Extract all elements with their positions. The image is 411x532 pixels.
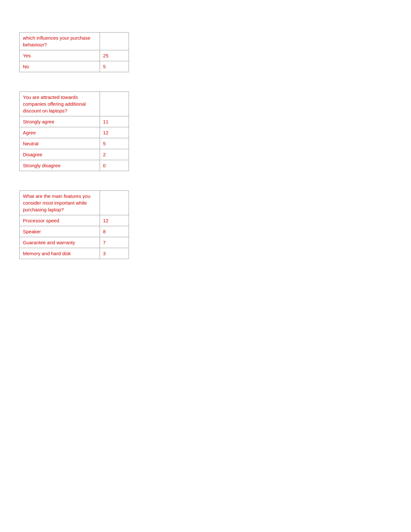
answer-count: 5 [100, 138, 129, 149]
question-cell-3: What are the main features you consider … [20, 191, 100, 215]
main-content: which influences your purchase behaviour… [19, 13, 392, 259]
answer-label: No [20, 61, 100, 72]
answer-label: Memory and hard disk [20, 248, 100, 259]
table-row: Agree 12 [20, 127, 129, 138]
table-row: Guarantee and warranty 7 [20, 237, 129, 248]
answer-count: 11 [100, 116, 129, 127]
answer-count: 25 [100, 50, 129, 61]
table-row: Processor speed 12 [20, 215, 129, 226]
answer-count: 12 [100, 215, 129, 226]
count-header-3 [100, 191, 129, 215]
table-1: which influences your purchase behaviour… [19, 32, 129, 72]
answer-label: Guarantee and warranty [20, 237, 100, 248]
table-row: Yes 25 [20, 50, 129, 61]
answer-count: 2 [100, 149, 129, 160]
answer-count: 3 [100, 248, 129, 259]
table-2: You are attracted towards companies offe… [19, 92, 129, 171]
count-header-2 [100, 92, 129, 116]
question-text-1: which influences your purchase behaviour… [23, 35, 90, 47]
table-row: What are the main features you consider … [20, 191, 129, 215]
table-row: which influences your purchase behaviour… [20, 33, 129, 50]
question-cell-2: You are attracted towards companies offe… [20, 92, 100, 116]
table-row: Memory and hard disk 3 [20, 248, 129, 259]
answer-count: 12 [100, 127, 129, 138]
answer-label: Neutral [20, 138, 100, 149]
answer-count: 5 [100, 61, 129, 72]
table-row: Neutral 5 [20, 138, 129, 149]
answer-label: Processor speed [20, 215, 100, 226]
table-row: Strongly disagree 0 [20, 160, 129, 171]
question-text-3: What are the main features you consider … [23, 193, 90, 212]
question-cell-1: which influences your purchase behaviour… [20, 33, 100, 50]
table-row: Disagree 2 [20, 149, 129, 160]
answer-label: Agree [20, 127, 100, 138]
answer-label: Strongly agree [20, 116, 100, 127]
count-header-1 [100, 33, 129, 50]
answer-count: 8 [100, 226, 129, 237]
answer-label: Disagree [20, 149, 100, 160]
table-row: No 5 [20, 61, 129, 72]
table-row: Strongly agree 11 [20, 116, 129, 127]
answer-label: Strongly disagree [20, 160, 100, 171]
answer-label: Speaker [20, 226, 100, 237]
answer-count: 0 [100, 160, 129, 171]
table-row: Speaker 8 [20, 226, 129, 237]
table-3: What are the main features you consider … [19, 190, 129, 259]
answer-count: 7 [100, 237, 129, 248]
question-text-2: You are attracted towards companies offe… [23, 94, 86, 113]
answer-label: Yes [20, 50, 100, 61]
table-row: You are attracted towards companies offe… [20, 92, 129, 116]
